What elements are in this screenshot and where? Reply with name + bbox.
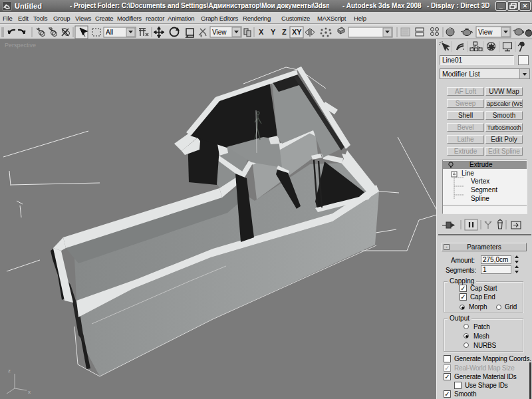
svg-text:XY: XY (292, 28, 302, 36)
svg-text:x: x (28, 389, 31, 395)
svg-text:X: X (259, 28, 264, 36)
svg-text:Y: Y (271, 28, 276, 36)
svg-text:View: View (212, 29, 227, 36)
svg-text:z: z (8, 368, 11, 374)
svg-text:View: View (478, 29, 493, 36)
svg-text:All: All (106, 29, 113, 36)
svg-text:Z: Z (282, 28, 287, 36)
